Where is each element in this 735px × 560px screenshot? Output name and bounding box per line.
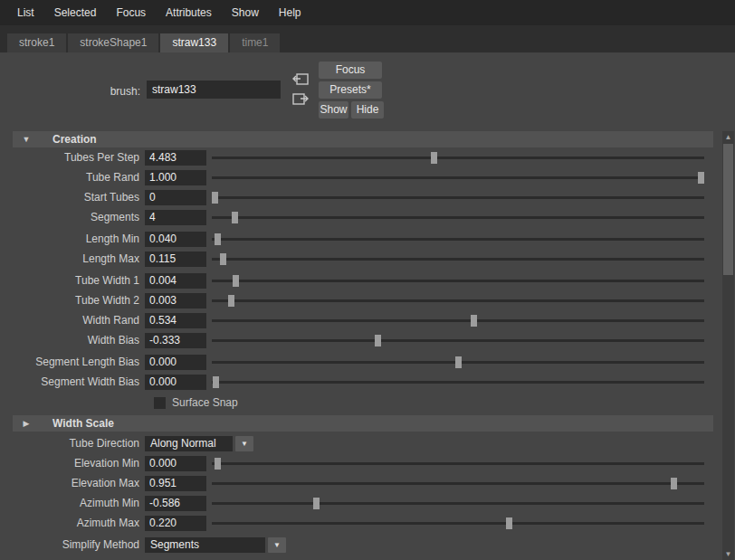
slider-thumb[interactable] (215, 458, 221, 470)
row-width-rand: Width Rand (0, 310, 735, 330)
row-azimuth-min: Azimuth Min (0, 493, 735, 513)
tab-strokeshape1[interactable]: strokeShape1 (68, 33, 158, 52)
slider-thumb[interactable] (671, 478, 677, 489)
elevation-min-field[interactable] (145, 456, 206, 471)
elevation-min-slider[interactable] (212, 456, 704, 471)
show-button[interactable]: Show (319, 101, 348, 119)
slider-track (212, 216, 704, 219)
azimuth-min-field[interactable] (145, 496, 206, 511)
length-max-label: Length Max (0, 252, 145, 265)
slider-track (212, 176, 704, 179)
menu-help[interactable]: Help (269, 6, 311, 19)
menu-show[interactable]: Show (222, 6, 269, 19)
azimuth-max-slider[interactable] (212, 516, 704, 531)
slider-thumb[interactable] (431, 152, 437, 164)
tube-rand-field[interactable] (145, 170, 206, 185)
menu-attributes[interactable]: Attributes (156, 6, 222, 19)
slider-track (212, 482, 704, 485)
scroll-up-icon[interactable]: ▲ (722, 131, 734, 143)
elevation-max-field[interactable] (145, 476, 206, 491)
segment-width-bias-field[interactable] (145, 375, 206, 390)
tube-direction-label: Tube Direction (0, 437, 145, 450)
segments-slider[interactable] (212, 210, 704, 225)
elevation-max-slider[interactable] (212, 476, 704, 491)
length-min-slider[interactable] (212, 232, 704, 247)
menu-selected[interactable]: Selected (44, 6, 107, 19)
tube-width-2-label: Tube Width 2 (0, 294, 145, 307)
slider-thumb[interactable] (698, 172, 704, 184)
focus-button[interactable]: Focus (319, 62, 382, 79)
length-max-slider[interactable] (212, 252, 704, 267)
azimuth-min-label: Azimuth Min (0, 497, 145, 509)
surface-snap-checkbox[interactable] (154, 397, 166, 409)
brush-name-field[interactable] (147, 81, 281, 99)
slider-thumb[interactable] (313, 498, 320, 509)
start-tubes-field[interactable] (145, 190, 206, 205)
scrollbar-thumb[interactable] (723, 144, 733, 275)
tubes-per-step-slider[interactable] (212, 150, 704, 166)
tube-width-2-field[interactable] (145, 293, 206, 308)
section-creation-header[interactable]: ▼ Creation (13, 131, 713, 147)
brush-label: brush: (0, 85, 140, 98)
tear-off-copy-icon[interactable] (291, 92, 310, 107)
azimuth-max-field[interactable] (145, 516, 206, 531)
slider-track (212, 522, 704, 525)
tube-width-1-slider[interactable] (212, 273, 704, 289)
segment-length-bias-field[interactable] (145, 355, 206, 370)
segment-width-bias-label: Segment Width Bias (0, 375, 145, 388)
start-tubes-slider[interactable] (212, 190, 704, 205)
menu-list[interactable]: List (7, 6, 44, 19)
row-elevation-max: Elevation Max (0, 473, 735, 493)
menu-focus[interactable]: Focus (106, 6, 156, 19)
length-max-field[interactable] (145, 252, 206, 267)
copy-tab-icon[interactable] (291, 72, 310, 87)
slider-thumb[interactable] (213, 376, 219, 388)
segment-length-bias-slider[interactable] (212, 355, 704, 370)
scroll-down-icon[interactable]: ▼ (722, 548, 734, 560)
slider-track (212, 157, 704, 159)
hide-button[interactable]: Hide (351, 101, 384, 119)
slider-thumb[interactable] (233, 275, 239, 287)
slider-thumb[interactable] (212, 192, 218, 204)
simplify-method-label: Simplify Method (0, 538, 145, 551)
slider-thumb[interactable] (506, 517, 512, 529)
chevron-down-icon[interactable]: ▼ (268, 537, 286, 553)
azimuth-min-slider[interactable] (212, 496, 704, 511)
tab-stroke1[interactable]: stroke1 (7, 33, 66, 52)
slider-thumb[interactable] (215, 233, 221, 245)
tube-width-2-slider[interactable] (212, 293, 704, 308)
slider-thumb[interactable] (228, 295, 234, 307)
length-min-label: Length Min (0, 233, 145, 245)
tube-rand-slider[interactable] (212, 170, 704, 185)
width-rand-label: Width Rand (0, 314, 145, 327)
tube-width-1-label: Tube Width 1 (0, 274, 145, 287)
collapse-arrow-icon[interactable]: ▼ (13, 135, 40, 144)
width-bias-field[interactable] (145, 333, 206, 348)
slider-thumb[interactable] (232, 212, 238, 223)
section-width-scale-header[interactable]: ▶ Width Scale (13, 415, 713, 432)
row-tube-width-2: Tube Width 2 (0, 290, 735, 310)
segment-width-bias-slider[interactable] (212, 375, 704, 390)
row-tubes-per-step: Tubes Per Step (0, 147, 735, 167)
expand-arrow-icon[interactable]: ▶ (13, 419, 40, 428)
menu-bar: List Selected Focus Attributes Show Help (0, 0, 735, 25)
width-rand-slider[interactable] (212, 313, 704, 328)
slider-thumb[interactable] (471, 315, 477, 327)
start-tubes-label: Start Tubes (0, 191, 145, 204)
width-bias-slider[interactable] (212, 333, 704, 348)
vertical-scrollbar[interactable]: ▲ ▼ (722, 131, 734, 560)
width-rand-field[interactable] (145, 313, 206, 328)
chevron-down-icon[interactable]: ▼ (235, 436, 253, 451)
tab-straw133[interactable]: straw133 (160, 33, 228, 52)
length-min-field[interactable] (145, 232, 206, 247)
presets-button[interactable]: Presets* (319, 81, 382, 99)
tubes-per-step-field[interactable] (145, 150, 206, 166)
slider-thumb[interactable] (220, 253, 226, 265)
slider-thumb[interactable] (455, 356, 462, 368)
tube-direction-select[interactable]: Along Normal (145, 436, 233, 451)
tab-time1[interactable]: time1 (230, 33, 280, 52)
segments-field[interactable] (145, 210, 206, 225)
slider-thumb[interactable] (375, 335, 381, 346)
tube-width-1-field[interactable] (145, 273, 206, 289)
simplify-method-select[interactable]: Segments (145, 537, 265, 553)
